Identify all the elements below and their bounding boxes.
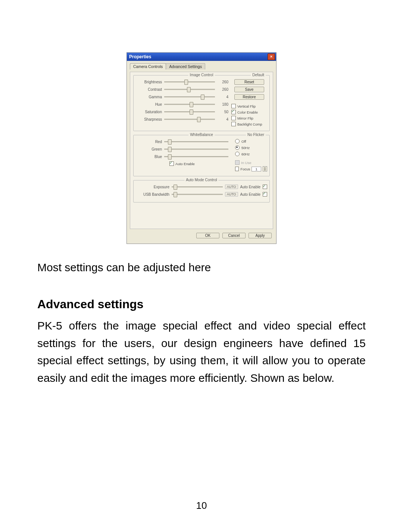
restore-button[interactable]: Restore <box>234 94 264 100</box>
checkbox-label: Auto Enable <box>240 192 261 197</box>
saturation-slider[interactable] <box>164 109 215 114</box>
properties-dialog-screenshot: Properties × Camera Controls Advanced Se… <box>126 52 277 244</box>
figure-caption: Most settings can be adjusted here <box>37 259 366 276</box>
backlight-comp-checkbox[interactable] <box>231 122 236 126</box>
wb-auto-enable-checkbox[interactable] <box>169 161 174 166</box>
slider-value: 50 <box>217 110 228 114</box>
group-title: Image Control <box>188 73 215 77</box>
section-heading: Advanced settings <box>37 295 366 314</box>
slider-label: Exposure <box>136 185 169 189</box>
flicker-50hz-radio[interactable] <box>235 145 240 150</box>
checkbox-label: Focus <box>240 167 250 171</box>
slider-label: Sharpness <box>136 117 162 121</box>
close-icon[interactable]: × <box>268 53 275 60</box>
chevron-down-icon[interactable]: ▼ <box>263 169 267 171</box>
vertical-flip-checkbox[interactable] <box>231 104 236 108</box>
wb-red-slider[interactable] <box>164 139 228 144</box>
titlebar: Properties × <box>127 53 276 61</box>
group-title: No Flicker <box>246 133 266 137</box>
focus-value[interactable]: 1 <box>252 167 261 171</box>
slider-label: Contrast <box>136 87 162 92</box>
checkbox-label: Mirror Flip <box>237 116 253 120</box>
color-enable-checkbox[interactable] <box>231 110 236 114</box>
checkbox-label: Backlight Comp <box>237 122 262 126</box>
wb-green-slider[interactable] <box>164 146 228 152</box>
slider-value: 4 <box>217 95 228 99</box>
checkbox-label: Vertical Flip <box>237 104 256 108</box>
document-body: Most settings can be adjusted here Advan… <box>37 259 366 387</box>
radio-label: Off <box>241 139 246 143</box>
auto-badge: AUTO <box>225 185 238 189</box>
slider-value: 180 <box>217 102 228 106</box>
flicker-60hz-radio[interactable] <box>235 152 240 156</box>
tab-camera-controls[interactable]: Camera Controls <box>130 63 166 69</box>
image-control-group: Image Control Default Brightness 260 Con… <box>133 75 270 131</box>
reset-button[interactable]: Reset <box>234 79 264 85</box>
auto-mode-group: Auto Mode Control Exposure AUTO Auto Ena… <box>133 180 270 202</box>
contrast-slider[interactable] <box>164 87 215 92</box>
cancel-button[interactable]: Cancel <box>222 233 246 238</box>
checkbox-label: In Use <box>241 161 251 165</box>
checkbox-label: Color Enable <box>237 110 258 114</box>
radio-label: 50Hz <box>241 146 250 150</box>
group-title: WhiteBalance <box>188 133 215 137</box>
section-paragraph: PK-5 offers the image special effect and… <box>37 317 366 387</box>
sharpness-slider[interactable] <box>164 117 215 122</box>
slider-label: Hue <box>136 102 162 106</box>
usb-bandwidth-slider[interactable] <box>172 192 223 197</box>
wb-blue-slider[interactable] <box>164 154 228 159</box>
group-title: Default <box>251 73 266 77</box>
radio-label: 60Hz <box>241 152 250 156</box>
tab-advanced-settings[interactable]: Advanced Settings <box>166 63 205 69</box>
group-title: Auto Mode Control <box>184 178 218 182</box>
ok-button[interactable]: OK <box>196 233 219 238</box>
slider-label: Saturation <box>136 110 162 114</box>
window-title: Properties <box>129 54 151 59</box>
exposure-slider[interactable] <box>172 184 223 189</box>
exposure-auto-checkbox[interactable] <box>263 185 267 189</box>
mirror-flip-checkbox[interactable] <box>231 116 236 120</box>
slider-label: Blue <box>136 155 162 159</box>
slider-label: Green <box>136 147 162 151</box>
focus-spinner[interactable]: ▲▼ <box>263 166 267 171</box>
page-number: 10 <box>196 500 207 511</box>
flicker-off-radio[interactable] <box>235 139 240 143</box>
tab-strip: Camera Controls Advanced Settings <box>130 63 273 69</box>
tab-panel: Image Control Default Brightness 260 Con… <box>130 72 273 229</box>
inuse-checkbox <box>235 160 240 165</box>
hue-slider[interactable] <box>164 102 215 107</box>
slider-value: 260 <box>217 87 228 92</box>
focus-checkbox[interactable] <box>235 167 239 171</box>
usb-auto-checkbox[interactable] <box>263 192 267 197</box>
dialog-buttons: OK Cancel Apply <box>130 229 273 240</box>
slider-value: 260 <box>217 80 228 84</box>
checkbox-label: Auto Enable <box>240 185 261 189</box>
slider-label: Gamma <box>136 95 162 99</box>
auto-badge: AUTO <box>225 192 238 197</box>
brightness-slider[interactable] <box>164 79 215 84</box>
checkbox-label: Auto Enable <box>175 162 195 166</box>
slider-label: Red <box>136 140 162 144</box>
save-button[interactable]: Save <box>234 87 264 92</box>
white-balance-group: WhiteBalance No Flicker Red Green <box>133 135 270 176</box>
apply-button[interactable]: Apply <box>249 233 272 238</box>
slider-value: 4 <box>217 117 228 121</box>
gamma-slider[interactable] <box>164 94 215 99</box>
slider-label: Brightness <box>136 80 162 84</box>
dialog: Properties × Camera Controls Advanced Se… <box>127 53 276 244</box>
slider-label: USB Bandwidth <box>136 192 169 197</box>
